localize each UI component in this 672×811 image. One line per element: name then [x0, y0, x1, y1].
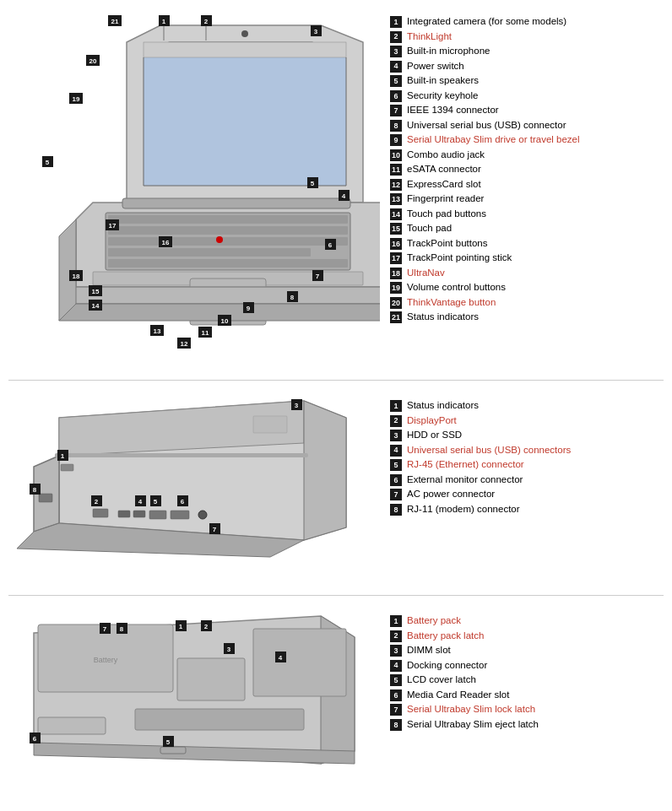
- legend-label: Docking connector: [407, 659, 487, 673]
- legend-label: AC power connector: [407, 488, 495, 501]
- legend-number: 5: [390, 459, 402, 471]
- legend-label: Security keyhole: [407, 89, 478, 103]
- svg-text:4: 4: [138, 498, 143, 506]
- legend-number: 17: [390, 252, 402, 264]
- legend-label: Volume control buttons: [407, 281, 506, 295]
- svg-rect-70: [55, 453, 308, 457]
- svg-text:1: 1: [162, 18, 166, 25]
- legend-number: 18: [390, 268, 402, 279]
- legend-number: 6: [390, 90, 402, 102]
- legend-side: 1Status indicators2DisplayPort3HDD or SS…: [380, 392, 664, 517]
- svg-text:Battery: Battery: [94, 656, 118, 664]
- legend-item: 7AC power connector: [390, 488, 664, 501]
- svg-rect-9: [108, 248, 311, 257]
- legend-item: 2ThinkLight: [390, 30, 664, 44]
- svg-point-77: [198, 511, 207, 519]
- legend-number: 12: [390, 179, 402, 191]
- svg-text:6: 6: [328, 241, 333, 249]
- legend-number: 8: [390, 120, 402, 132]
- legend-item: 18UltraNav: [390, 267, 664, 280]
- svg-rect-10: [108, 259, 348, 268]
- divider-2: [8, 595, 664, 596]
- svg-rect-2: [144, 42, 346, 57]
- legend-number: 2: [390, 31, 402, 43]
- legend-item: 17TrackPoint pointing stick: [390, 251, 664, 265]
- svg-text:13: 13: [154, 327, 161, 335]
- legend-number: 9: [390, 134, 402, 146]
- svg-text:1: 1: [61, 452, 65, 460]
- legend-number: 10: [390, 149, 402, 161]
- legend-number: 7: [390, 704, 402, 716]
- svg-rect-78: [253, 416, 287, 433]
- legend-number: 7: [390, 105, 402, 116]
- legend-label: Integrated camera (for some models): [407, 15, 566, 29]
- legend-label: Power switch: [407, 60, 464, 73]
- svg-rect-75: [149, 511, 166, 519]
- legend-label: Universal serial bus (USB) connectors: [407, 444, 571, 457]
- legend-item: 11eSATA connector: [390, 163, 664, 176]
- legend-item: 6Media Card Reader slot: [390, 689, 664, 702]
- svg-rect-18: [122, 198, 350, 208]
- legend-top: 1Integrated camera (for some models)2Thi…: [380, 8, 664, 326]
- legend-item: 5RJ-45 (Ethernet) connector: [390, 458, 664, 472]
- legend-label: UltraNav: [407, 267, 445, 280]
- legend-item: 6Security keyhole: [390, 89, 664, 103]
- legend-number: 5: [390, 75, 402, 87]
- legend-label: Battery pack latch: [407, 630, 484, 643]
- legend-number: 6: [390, 474, 402, 486]
- legend-label: Media Card Reader slot: [407, 689, 509, 702]
- legend-label: DIMM slot: [407, 644, 451, 657]
- legend-bottom: 1Battery pack2Battery pack latch3DIMM sl…: [380, 608, 664, 733]
- legend-item: 4Docking connector: [390, 659, 664, 673]
- legend-label: RJ-45 (Ethernet) connector: [407, 458, 524, 472]
- legend-number: 3: [390, 46, 402, 57]
- legend-number: 4: [390, 61, 402, 73]
- legend-number: 2: [390, 415, 402, 427]
- legend-item: 7Serial Ultrabay Slim lock latch: [390, 703, 664, 716]
- svg-text:3: 3: [295, 402, 299, 409]
- legend-item: 2Battery pack latch: [390, 630, 664, 643]
- legend-item: 3HDD or SSD: [390, 429, 664, 442]
- svg-rect-104: [160, 747, 186, 754]
- legend-item: 8Universal serial bus (USB) connector: [390, 119, 664, 132]
- legend-label: Universal serial bus (USB) connector: [407, 119, 566, 132]
- legend-item: 1Status indicators: [390, 399, 664, 413]
- legend-label: Serial Ultrabay Slim eject latch: [407, 718, 539, 732]
- section-top-view: 1 21 2 3 20 19 5: [0, 8, 672, 361]
- legend-number: 20: [390, 297, 402, 309]
- svg-text:11: 11: [202, 329, 209, 337]
- svg-rect-7: [108, 226, 348, 235]
- svg-text:5: 5: [46, 159, 50, 166]
- svg-text:1: 1: [179, 623, 183, 630]
- svg-text:21: 21: [111, 18, 119, 25]
- svg-text:2: 2: [95, 498, 99, 506]
- svg-text:15: 15: [92, 288, 100, 295]
- svg-text:4: 4: [279, 654, 283, 662]
- legend-item: 8Serial Ultrabay Slim eject latch: [390, 718, 664, 732]
- legend-label: Status indicators: [407, 311, 479, 324]
- legend-number: 11: [390, 164, 402, 176]
- svg-text:7: 7: [103, 625, 107, 633]
- legend-number: 14: [390, 208, 402, 220]
- legend-item: 14Touch pad buttons: [390, 208, 664, 221]
- legend-item: 1Battery pack: [390, 614, 664, 628]
- legend-item: 20ThinkVantage button: [390, 296, 664, 310]
- svg-rect-101: [177, 658, 245, 700]
- legend-label: Built-in microphone: [407, 45, 490, 58]
- legend-number: 21: [390, 311, 402, 323]
- diagram-bottom: Battery 1 2 3: [8, 608, 380, 783]
- svg-text:2: 2: [204, 623, 209, 630]
- legend-number: 13: [390, 193, 402, 205]
- svg-text:5: 5: [154, 498, 158, 506]
- legend-number: 8: [390, 504, 402, 516]
- svg-text:9: 9: [247, 305, 251, 312]
- legend-label: Battery pack: [407, 614, 461, 628]
- svg-text:12: 12: [181, 340, 188, 348]
- divider-1: [8, 380, 664, 381]
- svg-rect-72: [93, 509, 108, 517]
- svg-rect-102: [135, 709, 304, 730]
- svg-text:3: 3: [227, 646, 231, 653]
- legend-label: IEEE 1394 connector: [407, 104, 499, 117]
- legend-label: eSATA connector: [407, 163, 481, 176]
- laptop-side-diagram: 1 2 3 4 5 6 7: [8, 392, 380, 574]
